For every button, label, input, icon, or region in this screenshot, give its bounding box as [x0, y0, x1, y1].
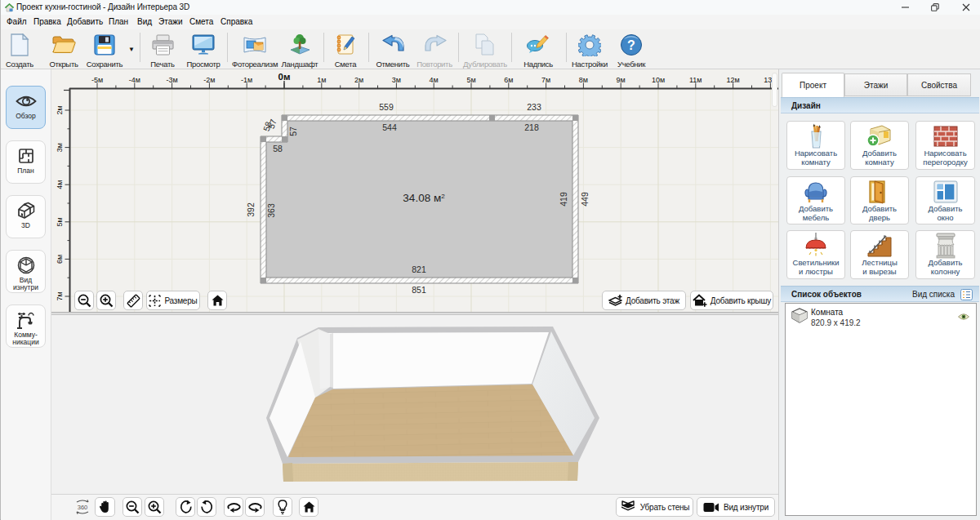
svg-text:-5м: -5м: [91, 76, 103, 84]
svg-text:-2м: -2м: [203, 76, 215, 84]
svg-text:4м: 4м: [56, 180, 64, 189]
svg-text:5м: 5м: [56, 217, 64, 226]
svg-text:-1м: -1м: [241, 76, 252, 84]
svg-text:2м: 2м: [354, 76, 363, 84]
svg-text:34.08 м2: 34.08 м2: [403, 192, 445, 204]
svg-text:544: 544: [382, 122, 397, 132]
svg-text:-4м: -4м: [129, 76, 140, 84]
svg-text:57: 57: [288, 127, 298, 136]
svg-text:2м: 2м: [56, 105, 64, 114]
svg-text:1м: 1м: [317, 76, 326, 84]
svg-text:11м: 11м: [689, 76, 702, 84]
svg-text:218: 218: [524, 122, 539, 132]
svg-text:3м: 3м: [56, 143, 64, 152]
svg-text:363: 363: [266, 203, 276, 218]
svg-text:392: 392: [246, 202, 256, 217]
svg-text:10м: 10м: [652, 76, 665, 84]
svg-text:6м: 6м: [504, 76, 513, 84]
svg-text:9м: 9м: [617, 76, 626, 84]
svg-text:3м: 3м: [392, 76, 401, 84]
svg-text:5м: 5м: [466, 76, 475, 84]
svg-text:559: 559: [379, 102, 394, 112]
svg-text:7м: 7м: [56, 291, 64, 300]
svg-text:233: 233: [527, 102, 541, 112]
svg-text:360: 360: [78, 504, 88, 511]
svg-text:57: 57: [266, 118, 278, 130]
svg-text:8м: 8м: [579, 76, 588, 84]
svg-text:0м: 0м: [278, 72, 291, 82]
svg-text:58: 58: [273, 144, 283, 153]
svg-text:6м: 6м: [56, 255, 64, 264]
svg-text:-3м: -3м: [166, 76, 177, 84]
svg-text:449: 449: [580, 192, 590, 207]
svg-text:4м: 4м: [430, 76, 439, 84]
svg-text:?: ?: [627, 38, 635, 52]
svg-text:851: 851: [412, 285, 426, 295]
svg-text:821: 821: [412, 264, 426, 274]
svg-text:7м: 7м: [541, 76, 550, 84]
svg-text:419: 419: [559, 192, 568, 207]
svg-text:12м: 12м: [726, 76, 739, 84]
